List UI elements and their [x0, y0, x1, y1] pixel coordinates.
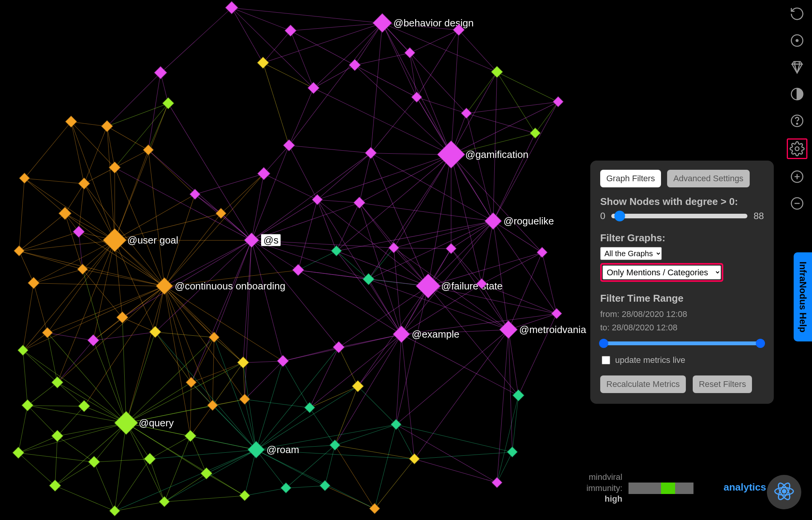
graph-edge: [291, 31, 314, 88]
graph-edge: [168, 103, 252, 240]
update-live-row[interactable]: update metrics live: [600, 355, 764, 366]
graph-node[interactable]: [184, 430, 196, 442]
graph-edge: [57, 423, 126, 436]
graph-edge: [493, 102, 559, 221]
graph-edge: [115, 194, 195, 240]
node-gamification[interactable]: [437, 140, 465, 169]
graph-edge: [232, 8, 382, 23]
graph-edge: [317, 153, 371, 200]
graph-edge: [256, 408, 310, 450]
graph-node[interactable]: [330, 440, 340, 450]
graph-node[interactable]: [109, 505, 120, 516]
graph-node[interactable]: [304, 402, 315, 413]
graph-edge: [107, 103, 168, 127]
graph-edge: [18, 453, 55, 486]
graph-edge: [335, 445, 414, 459]
help-icon[interactable]: [788, 112, 806, 130]
plus-icon[interactable]: [788, 167, 806, 186]
contrast-icon[interactable]: [788, 85, 806, 103]
graph-edge: [335, 424, 396, 445]
graph-edge: [115, 213, 221, 240]
time-range-slider[interactable]: [600, 338, 764, 349]
graph-edge: [451, 249, 509, 330]
node-metroidvania[interactable]: [499, 320, 518, 339]
time-range-heading: Filter Time Range: [600, 292, 764, 304]
graph-node[interactable]: [507, 447, 518, 457]
svg-point-1: [796, 40, 798, 42]
analytics-fab[interactable]: [767, 475, 801, 509]
graph-node[interactable]: [28, 277, 39, 289]
gear-icon[interactable]: [787, 138, 807, 159]
graph-edge: [482, 284, 557, 314]
graph-edge: [298, 270, 402, 335]
minus-icon[interactable]: [788, 194, 806, 213]
graph-edge: [298, 200, 318, 270]
target-icon[interactable]: [788, 31, 806, 50]
graph-edge: [382, 23, 451, 154]
graph-edge: [369, 248, 394, 280]
graph-edge: [252, 240, 299, 270]
graph-edge: [358, 386, 396, 425]
graph-node[interactable]: [369, 503, 380, 514]
graph-edge: [289, 145, 371, 153]
graph-edge: [115, 240, 252, 240]
node-label: @query: [139, 417, 174, 429]
graph-node[interactable]: [492, 477, 502, 488]
graph-edge: [19, 251, 83, 270]
graph-node[interactable]: [353, 197, 365, 208]
refresh-icon[interactable]: [788, 5, 806, 23]
tab-advanced-settings[interactable]: Advanced Settings: [667, 170, 749, 187]
graph-node[interactable]: [446, 243, 456, 254]
degree-heading: Show Nodes with degree > 0:: [600, 196, 764, 208]
graph-edge: [55, 462, 94, 486]
reset-filters-button[interactable]: Reset Filters: [693, 375, 752, 393]
node-example[interactable]: [393, 325, 410, 343]
help-tab[interactable]: InfraNodus Help: [794, 252, 812, 341]
graph-edge: [508, 252, 542, 330]
graph-node[interactable]: [551, 308, 562, 319]
update-live-checkbox[interactable]: [602, 356, 610, 364]
graph-edge: [107, 73, 161, 127]
graph-edge: [213, 337, 214, 405]
svg-point-4: [797, 123, 798, 124]
graph-edge: [252, 240, 336, 251]
graph-node[interactable]: [365, 147, 377, 159]
mentions-select[interactable]: Only Mentions / Categories: [603, 265, 721, 280]
graph-edge: [394, 248, 451, 249]
graph-node[interactable]: [553, 96, 564, 107]
time-from-label: from:: [600, 309, 619, 319]
graph-node[interactable]: [257, 57, 269, 68]
graph-node[interactable]: [292, 264, 304, 276]
recalculate-button[interactable]: Recalculate Metrics: [600, 375, 686, 393]
tab-graph-filters[interactable]: Graph Filters: [600, 170, 661, 187]
node-label: @metroidvania: [519, 324, 586, 336]
graph-edge: [493, 133, 536, 221]
graph-edge: [115, 423, 127, 511]
graph-edge: [451, 72, 497, 154]
graph-edge: [263, 63, 289, 145]
graph-node[interactable]: [159, 496, 170, 507]
graph-edge: [313, 23, 383, 88]
graph-node[interactable]: [78, 177, 90, 189]
graph-node[interactable]: [42, 327, 53, 338]
graph-edge: [190, 405, 213, 436]
graph-node[interactable]: [88, 456, 100, 468]
graph-edge: [359, 203, 493, 221]
graph-edge: [396, 330, 509, 425]
degree-slider[interactable]: [611, 214, 747, 218]
graph-edge: [122, 317, 127, 423]
right-toolbar: [787, 5, 807, 213]
graph-edge: [382, 23, 417, 97]
graph-edge: [57, 240, 115, 382]
graph-edge: [115, 240, 123, 317]
graph-node[interactable]: [73, 226, 84, 237]
graph-edge: [414, 459, 497, 483]
graph-edge: [355, 23, 383, 65]
graph-edge: [148, 150, 165, 286]
diamond-icon[interactable]: [788, 58, 806, 76]
graph-edge: [289, 88, 314, 145]
analytics-link[interactable]: analytics: [724, 481, 766, 493]
graph-node[interactable]: [239, 490, 250, 501]
graphs-select[interactable]: All the Graphs: [600, 247, 662, 260]
graph-edge: [213, 362, 244, 406]
